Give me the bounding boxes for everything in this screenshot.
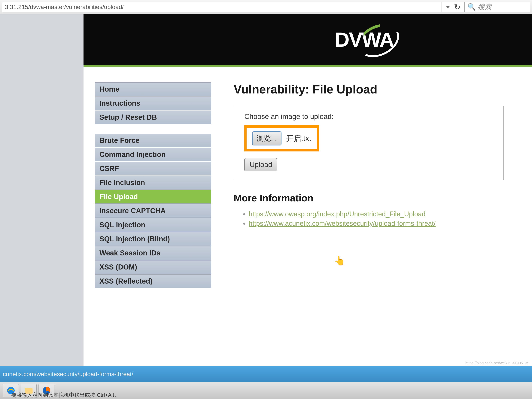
green-divider [83,65,532,67]
list-item: https://www.owasp.org/index.php/Unrestri… [249,210,525,218]
sidebar-item-csrf[interactable]: CSRF [95,162,211,176]
header-banner: DVWA [83,14,532,65]
sidebar-item-sqlinjection-blind[interactable]: SQL Injection (Blind) [95,232,211,246]
svg-point-0 [363,22,403,59]
list-item: https://www.acunetix.com/websitesecurity… [249,220,525,228]
sidebar-item-setup[interactable]: Setup / Reset DB [95,111,211,124]
sidebar-item-fileupload[interactable]: File Upload [95,190,211,204]
upload-form: Choose an image to upload: 浏览... 开启.txt … [234,106,504,180]
hint-text: 要将输入定向到该虚拟机中移出或按 Ctrl+Alt。 [11,392,119,399]
sidebar: Home Instructions Setup / Reset DB Brute… [95,82,211,298]
search-box[interactable]: 🔍 搜索 [464,2,530,12]
left-margin [0,14,83,366]
sidebar-item-home[interactable]: Home [95,82,211,96]
status-bar: cunetix.com/websitesecurity/upload-forms… [0,366,532,382]
watermark: https://blog.csdn.net/weixin_41905135 [465,361,529,365]
sidebar-item-xss-reflected[interactable]: XSS (Reflected) [95,274,211,288]
logo-swoosh-icon [363,22,412,59]
reload-button[interactable]: ↻ [454,2,461,12]
sidebar-item-weaksession[interactable]: Weak Session IDs [95,246,211,260]
form-label: Choose an image to upload: [244,113,493,121]
main-content: Vulnerability: File Upload Choose an ima… [234,82,525,298]
cursor-hand-icon: 👆 [334,255,345,266]
upload-button[interactable]: Upload [244,158,277,171]
selected-file-name: 开启.txt [286,133,311,144]
nav-group-main: Home Instructions Setup / Reset DB [95,82,211,124]
dropdown-icon[interactable] [446,6,450,8]
sidebar-item-sqlinjection[interactable]: SQL Injection [95,218,211,232]
content-area: DVWA Home Instructions Setup / Reset DB … [0,14,532,366]
info-list: https://www.owasp.org/index.php/Unrestri… [234,210,525,228]
url-input[interactable]: 3.31.215/dvwa-master/vulnerabilities/upl… [2,2,442,12]
search-placeholder: 搜索 [478,2,491,12]
sidebar-item-fileinclusion[interactable]: File Inclusion [95,176,211,190]
more-info-title: More Information [234,192,525,204]
page-title: Vulnerability: File Upload [234,82,525,96]
sidebar-item-instructions[interactable]: Instructions [95,96,211,110]
url-controls: ↻ [442,2,464,12]
nav-group-vulns: Brute Force Command Injection CSRF File … [95,134,211,288]
file-input-highlight: 浏览... 开启.txt [244,125,319,152]
page-body: Home Instructions Setup / Reset DB Brute… [83,67,532,305]
sidebar-item-commandinjection[interactable]: Command Injection [95,148,211,161]
info-link-acunetix[interactable]: https://www.acunetix.com/websitesecurity… [249,220,436,227]
browser-address-bar: 3.31.215/dvwa-master/vulnerabilities/upl… [0,0,532,14]
search-icon: 🔍 [468,3,476,11]
status-text: cunetix.com/websitesecurity/upload-forms… [3,371,133,378]
info-link-owasp[interactable]: https://www.owasp.org/index.php/Unrestri… [249,210,426,218]
dvwa-logo: DVWA [335,28,393,51]
svg-rect-4 [25,388,28,389]
sidebar-item-captcha[interactable]: Insecure CAPTCHA [95,204,211,218]
sidebar-item-bruteforce[interactable]: Brute Force [95,134,211,147]
page-wrapper: DVWA Home Instructions Setup / Reset DB … [83,14,532,366]
sidebar-item-xss-dom[interactable]: XSS (DOM) [95,260,211,274]
browse-button[interactable]: 浏览... [252,131,281,146]
